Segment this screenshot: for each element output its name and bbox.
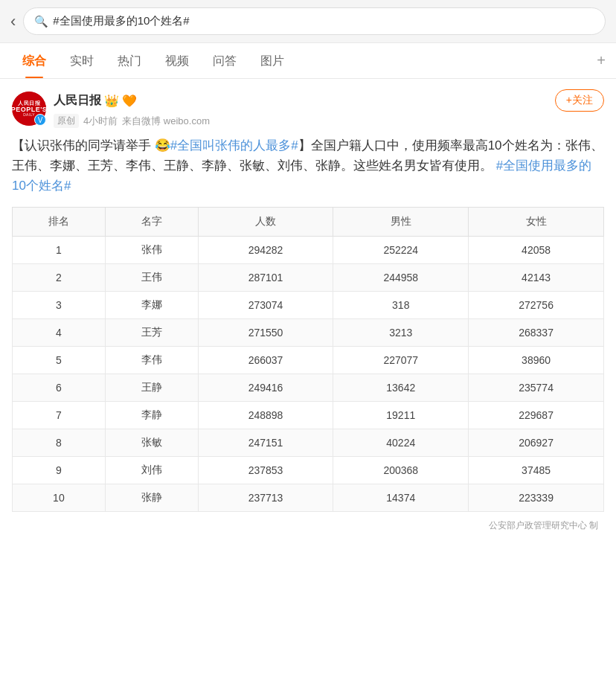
cell-name: 张敏 bbox=[105, 429, 198, 456]
cell-female: 235774 bbox=[469, 374, 604, 401]
avatar-text-bot: DAILY bbox=[23, 113, 35, 117]
table-row: 6王静24941613642235774 bbox=[13, 374, 604, 401]
author-row: 人民日报 PEOPLE'S DAILY V 人民日报 👑 🧡 +关注 原创 4小… bbox=[12, 89, 604, 128]
search-icon: 🔍 bbox=[34, 15, 48, 28]
post-card: 人民日报 PEOPLE'S DAILY V 人民日报 👑 🧡 +关注 原创 4小… bbox=[0, 79, 616, 539]
source: 来自微博 weibo.com bbox=[122, 115, 210, 128]
tab-image[interactable]: 图片 bbox=[248, 43, 296, 78]
cell-male: 244958 bbox=[333, 263, 469, 291]
cell-female: 42143 bbox=[469, 263, 604, 291]
verified-badge: V bbox=[34, 114, 46, 126]
cell-female: 268337 bbox=[469, 318, 604, 346]
author-meta: 原创 4小时前 来自微博 weibo.com bbox=[54, 114, 604, 128]
cell-female: 42058 bbox=[469, 236, 604, 263]
cell-male: 227077 bbox=[333, 346, 469, 374]
cell-total: 273074 bbox=[198, 291, 333, 318]
avatar-text-top: 人民日报 bbox=[18, 100, 40, 106]
author-info: 人民日报 👑 🧡 +关注 原创 4小时前 来自微博 weibo.com bbox=[54, 89, 604, 128]
content-part1: 【认识张伟的同学请举手 😂 bbox=[12, 138, 170, 153]
table-row: 2王伟28710124495842143 bbox=[13, 263, 604, 291]
data-table: 排名 名字 人数 男性 女性 1张伟294282252224420582王伟28… bbox=[12, 207, 604, 512]
cell-name: 李娜 bbox=[105, 291, 198, 318]
cell-total: 237853 bbox=[198, 456, 333, 484]
table-row: 7李静24889819211229687 bbox=[13, 401, 604, 429]
cell-name: 李静 bbox=[105, 401, 198, 429]
cell-female: 223339 bbox=[469, 484, 604, 511]
crown-emoji: 👑 bbox=[104, 94, 119, 108]
cell-name: 张伟 bbox=[105, 236, 198, 263]
tabs-bar: 综合 实时 热门 视频 问答 图片 + bbox=[0, 43, 616, 79]
search-box[interactable]: 🔍 #全国使用最多的10个姓名# bbox=[23, 7, 606, 35]
content-link1[interactable]: #全国叫张伟的人最多# bbox=[170, 138, 298, 153]
cell-male: 3213 bbox=[333, 318, 469, 346]
table-credit: 公安部户政管理研究中心 制 bbox=[12, 516, 604, 539]
heart-emoji: 🧡 bbox=[122, 94, 137, 108]
cell-name: 李伟 bbox=[105, 346, 198, 374]
tab-add-button[interactable]: + bbox=[589, 45, 606, 77]
cell-name: 王芳 bbox=[105, 318, 198, 346]
search-bar: ‹ 🔍 #全国使用最多的10个姓名# bbox=[0, 0, 616, 43]
cell-total: 237713 bbox=[198, 484, 333, 511]
search-query: #全国使用最多的10个姓名# bbox=[53, 14, 189, 28]
cell-female: 272756 bbox=[469, 291, 604, 318]
table-row: 8张敏24715140224206927 bbox=[13, 429, 604, 456]
cell-name: 王伟 bbox=[105, 263, 198, 291]
tab-comprehensive[interactable]: 综合 bbox=[10, 43, 58, 78]
cell-total: 247151 bbox=[198, 429, 333, 456]
cell-name: 王静 bbox=[105, 374, 198, 401]
tab-hot[interactable]: 热门 bbox=[106, 43, 153, 78]
cell-total: 287101 bbox=[198, 263, 333, 291]
cell-male: 14374 bbox=[333, 484, 469, 511]
cell-rank: 7 bbox=[13, 401, 106, 429]
table-row: 10张静23771314374223339 bbox=[13, 484, 604, 511]
follow-button[interactable]: +关注 bbox=[555, 89, 604, 112]
cell-rank: 4 bbox=[13, 318, 106, 346]
table-row: 4王芳2715503213268337 bbox=[13, 318, 604, 346]
cell-rank: 6 bbox=[13, 374, 106, 401]
table-row: 3李娜273074318272756 bbox=[13, 291, 604, 318]
col-total: 人数 bbox=[198, 207, 333, 236]
cell-rank: 9 bbox=[13, 456, 106, 484]
author-name: 人民日报 bbox=[54, 93, 101, 109]
cell-rank: 10 bbox=[13, 484, 106, 511]
col-name: 名字 bbox=[105, 207, 198, 236]
tab-realtime[interactable]: 实时 bbox=[58, 43, 106, 78]
avatar-wrap: 人民日报 PEOPLE'S DAILY V bbox=[12, 92, 46, 126]
col-male: 男性 bbox=[333, 207, 469, 236]
cell-total: 248898 bbox=[198, 401, 333, 429]
table-row: 9刘伟23785320036837485 bbox=[13, 456, 604, 484]
cell-male: 40224 bbox=[333, 429, 469, 456]
cell-female: 206927 bbox=[469, 429, 604, 456]
table-row: 5李伟26603722707738960 bbox=[13, 346, 604, 374]
cell-male: 200368 bbox=[333, 456, 469, 484]
back-button[interactable]: ‹ bbox=[10, 12, 16, 31]
post-content: 【认识张伟的同学请举手 😂#全国叫张伟的人最多#】全国户籍人口中，使用频率最高1… bbox=[12, 135, 604, 196]
cell-male: 19211 bbox=[333, 401, 469, 429]
col-female: 女性 bbox=[469, 207, 604, 236]
cell-total: 249416 bbox=[198, 374, 333, 401]
cell-rank: 8 bbox=[13, 429, 106, 456]
cell-total: 271550 bbox=[198, 318, 333, 346]
cell-total: 266037 bbox=[198, 346, 333, 374]
cell-male: 252224 bbox=[333, 236, 469, 263]
original-tag: 原创 bbox=[54, 114, 79, 128]
tab-video[interactable]: 视频 bbox=[153, 43, 201, 78]
cell-female: 37485 bbox=[469, 456, 604, 484]
col-rank: 排名 bbox=[13, 207, 106, 236]
cell-rank: 2 bbox=[13, 263, 106, 291]
author-name-row: 人民日报 👑 🧡 +关注 bbox=[54, 89, 604, 112]
cell-male: 13642 bbox=[333, 374, 469, 401]
cell-rank: 1 bbox=[13, 236, 106, 263]
cell-total: 294282 bbox=[198, 236, 333, 263]
cell-female: 229687 bbox=[469, 401, 604, 429]
table-row: 1张伟29428225222442058 bbox=[13, 236, 604, 263]
cell-female: 38960 bbox=[469, 346, 604, 374]
cell-rank: 5 bbox=[13, 346, 106, 374]
time-ago: 4小时前 bbox=[83, 115, 118, 128]
tab-qa[interactable]: 问答 bbox=[201, 43, 248, 78]
cell-male: 318 bbox=[333, 291, 469, 318]
cell-name: 刘伟 bbox=[105, 456, 198, 484]
cell-name: 张静 bbox=[105, 484, 198, 511]
cell-rank: 3 bbox=[13, 291, 106, 318]
